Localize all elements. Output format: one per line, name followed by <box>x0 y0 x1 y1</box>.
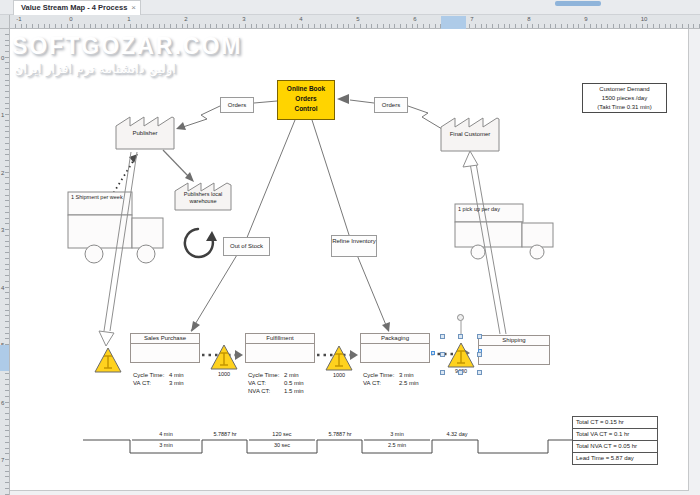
lead-time[interactable]: Lead Time = 5.87 day <box>572 452 658 465</box>
timeline-wait-1: 5.7887 hr <box>197 430 253 438</box>
truck-left-label: 1 Shipment per week <box>71 194 129 201</box>
process-stats-fulfillment[interactable]: Cycle Time:2 min VA CT:0.5 min NVA CT:1.… <box>248 371 304 395</box>
timeline-ct-2: 120 sec <box>246 430 318 438</box>
process-title: Sales Purchase <box>131 334 199 344</box>
visio-vsm-window: { "window": { "tab_title": "Value Stream… <box>0 0 700 495</box>
production-control-box[interactable]: Online Book Orders Control <box>277 80 335 120</box>
stat-label: VA CT: <box>363 379 399 387</box>
control-to-sales-connector[interactable] <box>191 120 295 332</box>
publisher-label: Publisher <box>116 130 174 137</box>
loop-arrow-icon[interactable] <box>185 229 217 257</box>
inventory-triangle-3[interactable] <box>326 346 352 370</box>
selection-handle[interactable] <box>440 352 445 357</box>
orders-label-right[interactable]: Orders <box>374 97 408 113</box>
stat-value: 2.5 min <box>399 380 419 386</box>
process-box-shipping[interactable]: Shipping <box>478 335 550 365</box>
stat-label: Cycle Time: <box>248 371 284 379</box>
publisher-shipment-outline-arrow[interactable] <box>99 152 137 346</box>
inventory-triangle-4-selected[interactable] <box>448 321 474 367</box>
connection-endpoint[interactable] <box>431 351 435 355</box>
timeline-va-2: 30 sec <box>246 441 318 449</box>
final-customer-label: Final Customer <box>441 131 499 138</box>
inventory-count-3: 1000 <box>324 372 354 378</box>
rotation-handle[interactable] <box>457 314 464 321</box>
timeline-ct-1: 4 min <box>131 430 201 438</box>
timeline-wait-2: 5.7887 hr <box>312 430 368 438</box>
control-line3: Control <box>278 104 334 114</box>
selection-handle[interactable] <box>440 334 445 339</box>
selection-handle[interactable] <box>477 370 482 375</box>
refine-inventory-label[interactable]: Refine Inventory <box>331 235 377 257</box>
publisher-to-warehouse-arrow[interactable] <box>163 150 194 182</box>
warehouse-label: Publishers local warehouse <box>175 191 231 205</box>
stat-label: Cycle Time: <box>363 371 399 379</box>
timeline-va-3: 2.5 min <box>361 441 433 449</box>
process-stats-packaging[interactable]: Cycle Time:3 min VA CT:2.5 min <box>363 371 419 387</box>
selection-handle[interactable] <box>458 370 463 375</box>
stat-value: 3 min <box>399 372 414 378</box>
timeline-va-1: 3 min <box>131 441 201 449</box>
process-title: Fulfillment <box>246 334 314 344</box>
timeline-ct-3: 3 min <box>361 430 433 438</box>
orders-label-left[interactable]: Orders <box>220 97 254 113</box>
customer-demand-box[interactable]: Customer Demand 1500 pieces /day (Takt T… <box>582 83 667 113</box>
selection-handle[interactable] <box>458 334 463 339</box>
stat-value: 3 min <box>169 380 184 386</box>
control-line1: Online Book <box>278 84 334 94</box>
process-title: Shipping <box>479 336 549 346</box>
stat-value: 2 min <box>284 372 299 378</box>
inventory-count-2: 1000 <box>209 371 239 377</box>
stat-value: 1.5 min <box>284 388 304 394</box>
process-title: Packaging <box>361 334 429 344</box>
stat-label: VA CT: <box>248 379 284 387</box>
timeline-wait-3: 4.32 day <box>429 430 485 438</box>
stat-label: VA CT: <box>133 379 169 387</box>
stat-label: NVA CT: <box>248 387 284 395</box>
selection-handle[interactable] <box>477 334 482 339</box>
demand-line3: (Takt Time 0.31 min) <box>583 103 666 112</box>
process-box-fulfillment[interactable]: Fulfillment <box>245 333 315 363</box>
process-box-sales-purchase[interactable]: Sales Purchase <box>130 333 200 363</box>
process-stats-sales-purchase[interactable]: Cycle Time:4 min VA CT:3 min <box>133 371 184 387</box>
stat-label: Cycle Time: <box>133 371 169 379</box>
truck-right-label: 1 pick up per day <box>458 206 520 213</box>
stat-value: 0.5 min <box>284 380 304 386</box>
demand-line2: 1500 pieces /day <box>583 94 666 103</box>
control-line2: Orders <box>278 94 334 104</box>
out-of-stock-label[interactable]: Out of Stock <box>223 237 270 256</box>
selection-handle[interactable] <box>440 370 445 375</box>
inventory-triangle-1[interactable] <box>95 348 121 372</box>
process-box-packaging[interactable]: Packaging <box>360 333 430 363</box>
demand-line1: Customer Demand <box>583 85 666 94</box>
stat-value: 4 min <box>169 372 184 378</box>
control-to-packaging-connector[interactable] <box>312 120 390 332</box>
inventory-triangle-2[interactable] <box>211 345 237 369</box>
selection-handle[interactable] <box>477 352 482 357</box>
